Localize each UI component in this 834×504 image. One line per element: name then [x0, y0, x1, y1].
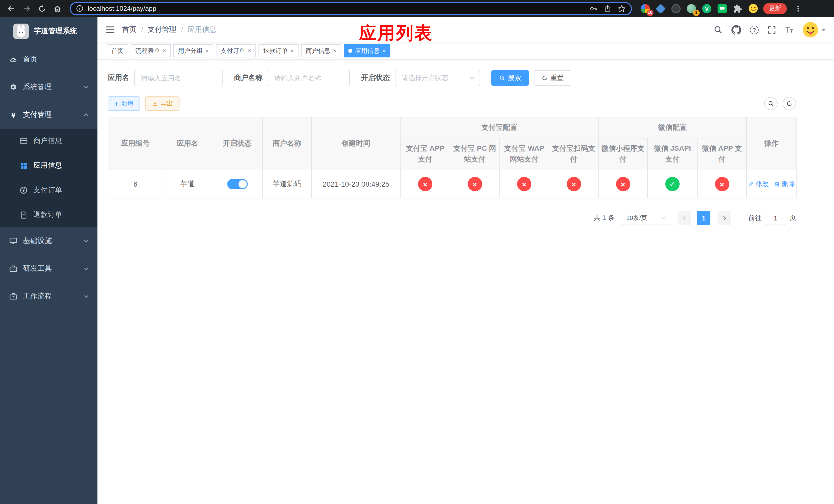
browser-menu-kebab-icon[interactable] — [791, 1, 805, 16]
refresh-icon — [542, 75, 548, 81]
browser-back-icon[interactable] — [4, 1, 19, 16]
toggle-search-button[interactable] — [764, 97, 777, 110]
reset-button[interactable]: 重置 — [534, 70, 571, 86]
sidebar-item-system[interactable]: 系统管理 — [0, 73, 97, 101]
pagination-total: 共 1 条 — [594, 213, 614, 223]
cell-app-name: 芋道 — [163, 170, 212, 198]
status-badge: × — [715, 177, 729, 191]
bookmark-star-icon[interactable] — [618, 4, 626, 13]
cell-created: 2021-10-23 08:49:25 — [312, 170, 400, 198]
fullscreen-icon[interactable] — [767, 25, 776, 34]
next-page-button[interactable] — [718, 211, 731, 225]
extension-dark-icon[interactable] — [670, 2, 682, 15]
tab-app-info[interactable]: 应用信息 × — [344, 44, 390, 58]
help-icon[interactable] — [750, 25, 759, 34]
sidebar-item-app-info[interactable]: 应用信息 — [0, 153, 97, 178]
app-table: 应用编号 应用名 开启状态 商户名称 创建时间 支付宝配置 微信配置 操作 支付… — [108, 117, 796, 199]
app-logo-row[interactable]: 芋道管理系统 — [0, 17, 97, 46]
search-icon[interactable] — [714, 25, 723, 35]
site-info-icon[interactable] — [76, 5, 84, 12]
tab-close-icon[interactable]: × — [205, 48, 209, 54]
tab-refund-orders[interactable]: 退款订单 × — [259, 44, 299, 58]
edit-link-label: 修改 — [755, 180, 769, 189]
tab-close-icon[interactable]: × — [290, 48, 294, 54]
extension-vue-icon[interactable]: V — [701, 2, 713, 15]
status-select[interactable]: 请选择开启状态 — [395, 70, 480, 86]
cell-wechat-app: × — [697, 170, 747, 198]
table-toolbar: + 新增 导出 — [108, 96, 796, 111]
prev-page-button[interactable] — [678, 211, 691, 225]
app-logo — [13, 24, 29, 39]
sidebar-item-label: 支付订单 — [33, 186, 62, 195]
sidebar-item-payment[interactable]: ¥ 支付管理 — [0, 101, 97, 129]
export-button[interactable]: 导出 — [145, 96, 179, 111]
sidebar-item-dev-tools[interactable]: 研发工具 — [0, 255, 97, 282]
sidebar-item-workflow[interactable]: 工作流程 — [0, 282, 97, 310]
reset-button-label: 重置 — [550, 73, 564, 83]
browser-update-button[interactable]: 更新 — [763, 3, 787, 14]
extension-avatar-icon[interactable]: 1 — [685, 2, 698, 15]
extension-gem-icon[interactable] — [655, 2, 667, 15]
breadcrumb-separator: / — [141, 26, 143, 34]
col-alipay-pc: 支付宝 PC 网站支付 — [450, 138, 499, 170]
tab-merchant-info[interactable]: 商户信息 × — [301, 44, 341, 58]
font-size-icon[interactable] — [785, 26, 794, 34]
sidebar-item-merchant-info[interactable]: 商户信息 — [0, 129, 97, 153]
cell-alipay-qr: × — [549, 170, 598, 198]
edit-link[interactable]: 修改 — [748, 180, 769, 189]
col-wechat-app: 微信 APP 支付 — [697, 138, 747, 170]
export-button-label: 导出 — [160, 99, 173, 108]
extension-pinwheel-icon[interactable]: 10 — [639, 2, 652, 15]
merchant-name-label: 商户名称 — [234, 73, 263, 83]
user-menu[interactable] — [803, 22, 826, 38]
password-key-icon[interactable] — [589, 4, 597, 13]
browser-forward-icon[interactable] — [20, 1, 34, 16]
browser-refresh-icon[interactable] — [35, 1, 49, 16]
sidebar-item-refund-orders[interactable]: 退款订单 — [0, 203, 97, 227]
tabs-bar: 首页 流程表单 × 用户分组 × 支付订单 × 退款订单 × 商户信息 × — [97, 43, 834, 60]
sidebar-item-label: 研发工具 — [23, 264, 52, 273]
sidebar-item-home[interactable]: 首页 — [0, 46, 97, 73]
extension-badge: 10 — [647, 9, 654, 16]
add-button-label: 新增 — [121, 99, 133, 108]
tab-close-icon[interactable]: × — [162, 48, 166, 54]
extensions-puzzle-icon[interactable] — [731, 2, 744, 15]
tab-close-icon[interactable]: × — [248, 48, 251, 54]
status-toggle[interactable] — [227, 179, 247, 189]
github-icon[interactable] — [731, 25, 741, 35]
goto-page-input[interactable] — [766, 211, 785, 225]
tab-label: 用户分组 — [178, 46, 203, 55]
search-button[interactable]: 搜索 — [491, 70, 529, 86]
app-name-input[interactable] — [134, 70, 223, 86]
page-number-button[interactable]: 1 — [697, 211, 710, 225]
sidebar-item-infrastructure[interactable]: 基础设施 — [0, 227, 97, 255]
col-alipay-app: 支付宝 APP 支付 — [400, 138, 450, 170]
extension-wechat-icon[interactable] — [716, 2, 728, 15]
browser-home-icon[interactable] — [50, 1, 65, 16]
cell-merchant: 芋道源码 — [262, 170, 312, 198]
tab-pay-orders[interactable]: 支付订单 × — [216, 44, 256, 58]
breadcrumb-home[interactable]: 首页 — [122, 25, 136, 35]
tab-close-icon[interactable]: × — [382, 48, 386, 54]
extension-emoji-icon[interactable] — [747, 2, 759, 15]
grid-icon — [20, 161, 28, 170]
sidebar-item-pay-orders[interactable]: 支付订单 — [0, 178, 97, 203]
col-wechat-jsapi: 微信 JSAPI 支付 — [648, 138, 697, 170]
merchant-name-input[interactable] — [268, 70, 350, 86]
status-badge: × — [467, 177, 482, 191]
col-group-wechat: 微信配置 — [598, 117, 747, 138]
delete-link[interactable]: 删除 — [774, 180, 795, 189]
search-icon — [499, 75, 505, 81]
pay-order-icon — [20, 186, 28, 194]
share-icon[interactable] — [604, 5, 611, 12]
add-button[interactable]: + 新增 — [108, 96, 140, 111]
refresh-table-button[interactable] — [783, 97, 796, 110]
page-size-select[interactable]: 10条/页 — [622, 211, 671, 225]
tab-process-form[interactable]: 流程表单 × — [131, 44, 171, 58]
tab-user-group[interactable]: 用户分组 × — [173, 44, 213, 58]
sidebar-toggle-icon[interactable] — [106, 26, 115, 34]
tab-home[interactable]: 首页 — [107, 44, 128, 58]
tab-close-icon[interactable]: × — [333, 48, 336, 54]
col-group-alipay: 支付宝配置 — [400, 117, 598, 138]
address-bar[interactable]: localhost:1024/pay/app — [70, 2, 632, 15]
